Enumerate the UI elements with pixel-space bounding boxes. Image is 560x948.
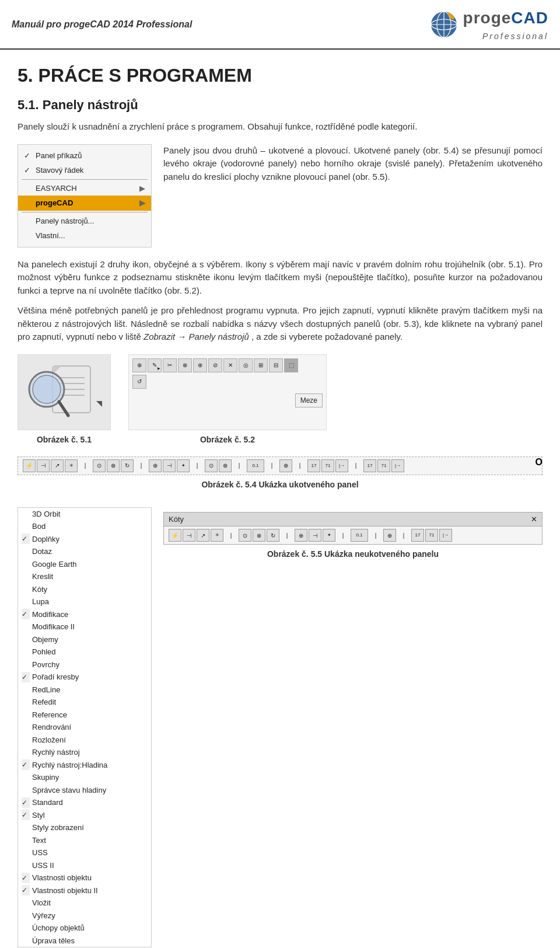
menu-item-stavovy-radek[interactable]: Stavový řádek (18, 163, 151, 178)
tb54-btn19[interactable]: 71 (377, 459, 390, 472)
tb-icon-10[interactable]: ⊟ (269, 358, 283, 372)
tb55-btn4[interactable]: ✳ (211, 529, 223, 542)
sb-doplnky[interactable]: Doplňky (18, 533, 151, 546)
sb-vlozit[interactable]: Vložit (18, 897, 151, 909)
sb-lupa[interactable]: Lupa (18, 595, 151, 608)
sb-styly-zobrazeni[interactable]: Styly zobrazení (18, 821, 151, 834)
sb-standard[interactable]: Standard (18, 796, 151, 809)
sb-rozlozeni[interactable]: Rozložení (18, 734, 151, 747)
sb-povrchy[interactable]: Povrchy (18, 658, 151, 671)
tb55-btn15[interactable]: |→ (439, 529, 452, 542)
menu-item-easyarch[interactable]: EASYARCH ▶ (18, 181, 151, 196)
tb54-btn5[interactable]: ⊙ (93, 459, 106, 472)
tb-icon-7[interactable]: ✕ (223, 358, 237, 372)
tb55-btn9[interactable]: ⊣ (309, 529, 321, 542)
tb54-btn11[interactable]: ⊙ (205, 459, 218, 472)
tb-icon-6[interactable]: ⊘ (208, 358, 222, 372)
tb54-btn1[interactable]: ⚡ (23, 459, 36, 472)
menu-item-label: EASYARCH (36, 183, 77, 194)
sb-modifikace[interactable]: Modifikace (18, 608, 151, 621)
tb54-btn17[interactable]: |→ (335, 459, 348, 472)
logo-brand: progeCAD (463, 6, 548, 30)
tb54-btn15[interactable]: 17 (307, 459, 320, 472)
tb54-btn8[interactable]: ⊕ (149, 459, 162, 472)
sb-rychly-nastroj-hladina[interactable]: Rychlý nástroj:Hladina (18, 759, 151, 772)
tb54-btn13[interactable]: 0.1 (247, 459, 264, 472)
meze-button[interactable]: Meze (295, 393, 323, 407)
tb55-btn14[interactable]: 71 (425, 529, 438, 542)
tb55-btn1[interactable]: ⚡ (169, 529, 181, 542)
sb-modifikace2[interactable]: Modifikace II (18, 621, 151, 633)
sb-refedit[interactable]: Refedit (18, 696, 151, 709)
figure-51: Obrázek č. 5.1 (18, 354, 111, 446)
figures-row-51-52: Obrázek č. 5.1 ⊕ ✎ ▶ ✂ ⊗ ⊕ ⊘ ✕ ◎ (18, 354, 542, 446)
tb54-sep4: | (233, 459, 246, 472)
tb-icon-5[interactable]: ⊕ (193, 358, 207, 372)
sb-vlastnosti-obj2[interactable]: Vlastnosti objektu II (18, 884, 151, 897)
tb-icon-9[interactable]: ⊞ (254, 358, 268, 372)
sb-3d-orbit[interactable]: 3D Orbit (18, 508, 151, 521)
sb-skupiny[interactable]: Skupiny (18, 771, 151, 784)
tb55-btn7[interactable]: ↻ (267, 529, 279, 542)
sb-vlastnosti-obj[interactable]: Vlastnosti objektu (18, 872, 151, 884)
tb-icon-2[interactable]: ✎ ▶ (148, 358, 162, 372)
arrow-icon: ▶ (139, 197, 145, 209)
tb-icon-11[interactable]: ⬚ (284, 358, 298, 372)
menu-item-progecad[interactable]: progeCAD ▶ (18, 196, 151, 211)
sb-vyrezy[interactable]: Výřezy (18, 909, 151, 922)
tb-icon-12[interactable]: ↺ (132, 375, 146, 389)
tb54-btn7[interactable]: ↻ (121, 459, 134, 472)
sb-rendrovani[interactable]: Rendrování (18, 721, 151, 734)
tb-icon-8[interactable]: ◎ (239, 358, 253, 372)
sb-uchopy[interactable]: Úchopy objektů (18, 922, 151, 935)
sb-uprava-teles[interactable]: Úprava těles (18, 935, 151, 947)
tb55-btn6[interactable]: ⊗ (253, 529, 265, 542)
figure-51-image (18, 354, 111, 430)
sb-objemy[interactable]: Objemy (18, 633, 151, 646)
sb-kreslit[interactable]: Kreslit (18, 570, 151, 583)
close-icon[interactable]: ✕ (531, 514, 537, 525)
tb-icon-3[interactable]: ✂ (163, 358, 177, 372)
o-label: O (536, 455, 542, 469)
tb54-btn12[interactable]: ⊗ (219, 459, 232, 472)
sb-text[interactable]: Text (18, 834, 151, 847)
menu-item-vlastni[interactable]: Vlastní... (18, 228, 151, 243)
tb54-btn20[interactable]: |→ (391, 459, 404, 472)
tb55-btn13[interactable]: 17 (411, 529, 424, 542)
tb55-btn2[interactable]: ⊣ (183, 529, 195, 542)
sb-koty[interactable]: Kóty (18, 583, 151, 596)
sb-poradi-kresby[interactable]: Pořadí kresby (18, 671, 151, 684)
tb55-btn5[interactable]: ⊙ (239, 529, 251, 542)
sb-bod[interactable]: Bod (18, 520, 151, 533)
figure-52-image: ⊕ ✎ ▶ ✂ ⊗ ⊕ ⊘ ✕ ◎ ⊞ ⊟ ⬚ ↺ (128, 354, 327, 430)
tb54-btn6[interactable]: ⊗ (107, 459, 120, 472)
menu-item-panely-nastrojů[interactable]: Panely nástrojů... (18, 214, 151, 229)
tb54-sep7: | (349, 459, 362, 472)
sb-dotaz[interactable]: Dotaz (18, 545, 151, 558)
sb-reference[interactable]: Reference (18, 709, 151, 722)
sb-redline[interactable]: RedLine (18, 684, 151, 696)
tb55-btn11[interactable]: 0.1 (351, 529, 368, 542)
tb-icon-4[interactable]: ⊗ (178, 358, 192, 372)
tb54-btn9[interactable]: ⊣ (163, 459, 176, 472)
sb-spravce[interactable]: Správce stavu hladiny (18, 784, 151, 797)
sb-pohled[interactable]: Pohled (18, 646, 151, 658)
tb55-btn8[interactable]: ⊕ (295, 529, 307, 542)
tb54-btn18[interactable]: 17 (363, 459, 376, 472)
tb54-btn4[interactable]: ✳ (65, 459, 78, 472)
tb54-btn3[interactable]: ↗ (51, 459, 64, 472)
tb54-btn14[interactable]: ⊕ (279, 459, 292, 472)
sb-rychly-nastroj[interactable]: Rychlý nástroj (18, 746, 151, 759)
sb-uss[interactable]: USS (18, 846, 151, 859)
tb54-btn10[interactable]: ✦ (177, 459, 190, 472)
sb-uss2[interactable]: USS II (18, 859, 151, 872)
tb54-btn16[interactable]: 71 (321, 459, 334, 472)
sb-google-earth[interactable]: Google Earth (18, 558, 151, 571)
tb55-btn12[interactable]: ⊕ (383, 529, 396, 542)
tb-icon-1[interactable]: ⊕ (132, 358, 146, 372)
tb54-btn2[interactable]: ⊣ (37, 459, 50, 472)
tb55-btn3[interactable]: ↗ (197, 529, 209, 542)
tb55-btn10[interactable]: ✦ (323, 529, 335, 542)
menu-item-panel-prikazu[interactable]: Panel příkazů (18, 148, 151, 163)
sb-styl[interactable]: Styl (18, 809, 151, 822)
